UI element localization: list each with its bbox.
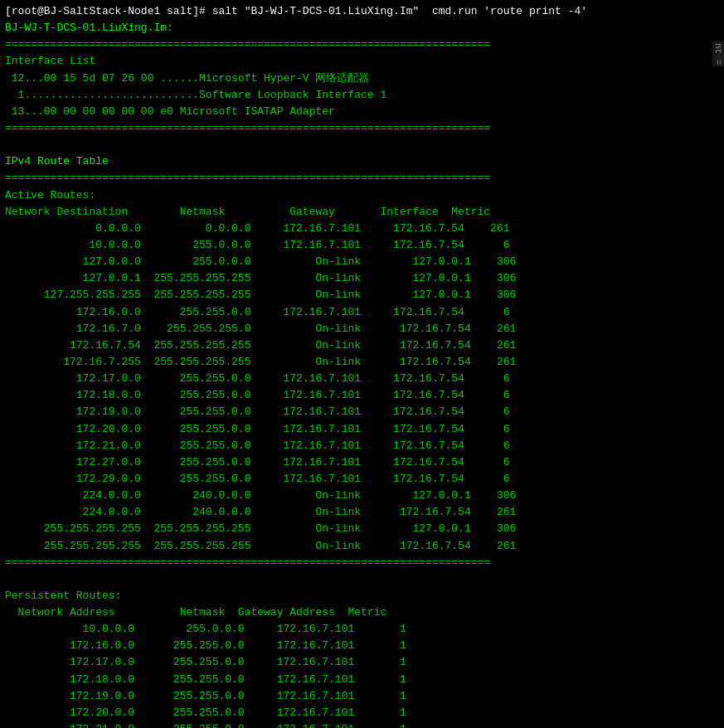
ipv4-header: IPv4 Route Table <box>5 153 719 170</box>
separator-1: ========================================… <box>5 36 719 53</box>
separator-2: ========================================… <box>5 120 719 137</box>
persistent-columns: Network Address Netmask Gateway Address … <box>5 604 719 621</box>
route-7: 172.16.7.54 255.255.255.255 On-link 172.… <box>5 337 719 354</box>
persist-route-1: 172.16.0.0 255.255.0.0 172.16.7.101 1 <box>5 638 719 654</box>
terminal-window: [root@BJ-SaltStack-Node1 salt]# salt "BJ… <box>0 0 724 728</box>
route-11: 172.19.0.0 255.255.0.0 172.16.7.101 172.… <box>5 404 719 420</box>
route-19: 255.255.255.255 255.255.255.255 On-link … <box>5 538 719 555</box>
interface-line-1: 12...00 15 5d 07 26 00 ......Microsoft H… <box>5 70 719 87</box>
blank-2 <box>5 571 719 588</box>
persist-route-4: 172.19.0.0 255.255.0.0 172.16.7.101 1 <box>5 688 719 705</box>
persist-route-6: 172.21.0.0 255.255.0.0 172.16.7.101 1 <box>5 721 719 728</box>
route-17: 224.0.0.0 240.0.0.0 On-link 172.16.7.54 … <box>5 504 719 521</box>
route-15: 172.29.0.0 255.255.0.0 172.16.7.101 172.… <box>5 471 719 488</box>
persist-route-0: 10.0.0.0 255.0.0.0 172.16.7.101 1 <box>5 621 719 638</box>
hostname-label: BJ-WJ-T-DCS-01.LiuXing.Im: <box>5 20 719 36</box>
route-9: 172.17.0.0 255.255.0.0 172.16.7.101 172.… <box>5 371 719 387</box>
separator-4: ========================================… <box>5 555 719 571</box>
separator-3: ========================================… <box>5 170 719 187</box>
active-routes-label: Active Routes: <box>5 187 719 204</box>
route-8: 172.16.7.255 255.255.255.255 On-link 172… <box>5 354 719 371</box>
route-3: 127.0.0.1 255.255.255.255 On-link 127.0.… <box>5 270 719 287</box>
persist-route-5: 172.20.0.0 255.255.0.0 172.16.7.101 1 <box>5 705 719 721</box>
persist-route-2: 172.17.0.0 255.255.0.0 172.16.7.101 1 <box>5 654 719 671</box>
blank-1 <box>5 137 719 153</box>
route-5: 172.16.0.0 255.255.0.0 172.16.7.101 172.… <box>5 304 719 321</box>
route-18: 255.255.255.255 255.255.255.255 On-link … <box>5 521 719 537</box>
route-10: 172.18.0.0 255.255.0.0 172.16.7.101 172.… <box>5 387 719 404</box>
persist-route-3: 172.18.0.0 255.255.0.0 172.16.7.101 1 <box>5 672 719 688</box>
route-4: 127.255.255.255 255.255.255.255 On-link … <box>5 287 719 303</box>
interface-line-3: 13...00 00 00 00 00 00 e0 Microsoft ISAT… <box>5 104 719 120</box>
command-line: [root@BJ-SaltStack-Node1 salt]# salt "BJ… <box>5 3 719 20</box>
route-14: 172.27.0.0 255.255.0.0 172.16.7.101 172.… <box>5 454 719 471</box>
route-16: 224.0.0.0 240.0.0.0 On-link 127.0.0.1 30… <box>5 488 719 504</box>
column-headers: Network Destination Netmask Gateway Inte… <box>5 204 719 221</box>
route-0: 0.0.0.0 0.0.0.0 172.16.7.101 172.16.7.54… <box>5 221 719 237</box>
route-13: 172.21.0.0 255.255.0.0 172.16.7.101 172.… <box>5 438 719 454</box>
interface-line-2: 1...........................Software Loo… <box>5 87 719 104</box>
route-2: 127.0.0.0 255.0.0.0 On-link 127.0.0.1 30… <box>5 254 719 270</box>
interface-list-header: Interface List <box>5 53 719 70</box>
right-edge-indicator: nt = <box>712 41 724 66</box>
route-12: 172.20.0.0 255.255.0.0 172.16.7.101 172.… <box>5 421 719 438</box>
persistent-header: Persistent Routes: <box>5 588 719 604</box>
route-1: 10.0.0.0 255.0.0.0 172.16.7.101 172.16.7… <box>5 237 719 254</box>
route-6: 172.16.7.0 255.255.255.0 On-link 172.16.… <box>5 321 719 337</box>
